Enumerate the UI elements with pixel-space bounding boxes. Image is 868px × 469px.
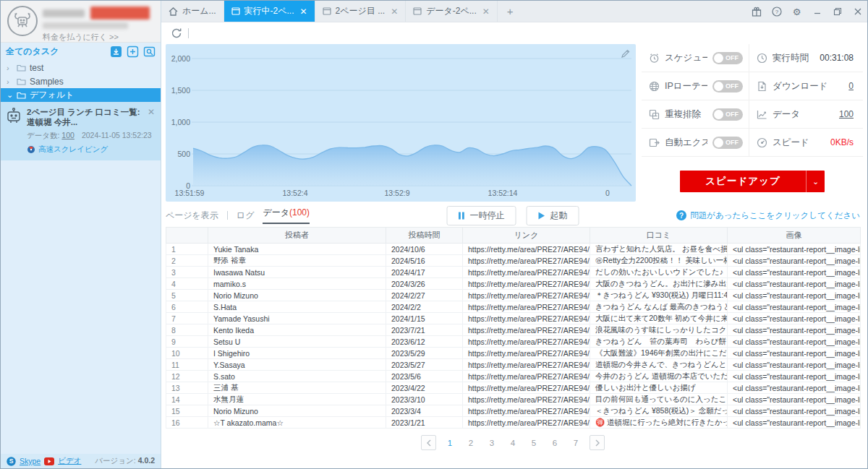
- pause-button[interactable]: 一時停止: [447, 206, 516, 225]
- table-row[interactable]: 1Yukie Tanaka2024/10/6https://retty.me/a…: [166, 244, 861, 255]
- table-row[interactable]: 13三浦 基2023/4/22https://retty.me/area/PRE…: [166, 382, 861, 394]
- table-cell-image: <ul class="restaurant-report__image-list…: [728, 290, 861, 301]
- table-cell-review: 🉐 道頓堀に行ったら絶対に行きたかったお店《今...: [590, 417, 728, 429]
- table-cell-image: <ul class="restaurant-report__image-list…: [728, 417, 861, 429]
- task-mode-link[interactable]: 高速スクレイピング: [27, 145, 155, 155]
- sidebar-folder-samples[interactable]: › Samples: [1, 74, 161, 88]
- tab-data-active[interactable]: データ(100): [263, 207, 310, 224]
- skype-icon: S: [7, 457, 16, 466]
- table-cell-author: Y.Sasaya: [208, 359, 386, 371]
- page-number-6[interactable]: 6: [548, 439, 562, 447]
- data-count-link[interactable]: 100: [839, 109, 854, 119]
- speedup-button[interactable]: スピードアップ ⌄: [680, 171, 825, 192]
- table-cell-link: https://retty.me/area/PRE27/ARE94/SUB950…: [463, 417, 590, 429]
- table-row[interactable]: 6S.Hata2024/2/2https://retty.me/area/PRE…: [166, 301, 861, 313]
- skype-link[interactable]: Skype: [20, 457, 41, 465]
- help-icon[interactable]: ?: [771, 7, 782, 17]
- table-row[interactable]: 3Iwasawa Natsu2024/4/17https://retty.me/…: [166, 267, 861, 278]
- gift-icon[interactable]: [751, 7, 762, 17]
- schedule-toggle[interactable]: OFF: [712, 52, 743, 64]
- folder-icon: [17, 77, 26, 85]
- new-task-icon[interactable]: [127, 46, 139, 58]
- page-number-4[interactable]: 4: [506, 439, 520, 447]
- table-row[interactable]: 2野添 裕章2024/5/16https://retty.me/area/PRE…: [166, 255, 861, 267]
- sidebar-folder-default[interactable]: ⌄ デフォルト: [1, 88, 161, 102]
- table-cell-num: 8: [166, 324, 208, 336]
- auto-export-toggle[interactable]: OFF: [712, 137, 743, 149]
- table-cell-image: <ul class="restaurant-report__image-list…: [728, 359, 861, 371]
- download-count-link[interactable]: 0: [848, 81, 854, 91]
- tab-log[interactable]: ログ: [237, 210, 255, 222]
- table-row[interactable]: 14水無月蓮2023/3/10https://retty.me/area/PRE…: [166, 394, 861, 405]
- chevron-right-icon: [595, 439, 600, 447]
- table-row[interactable]: 4mamiko.s2024/3/26https://retty.me/area/…: [166, 278, 861, 290]
- table-row[interactable]: 11Y.Sasaya2023/5/27https://retty.me/area…: [166, 359, 861, 371]
- tab-home[interactable]: ホーム...: [161, 1, 224, 22]
- tab-close-icon[interactable]: ✕: [300, 7, 307, 17]
- tab-page2[interactable]: 2ページ目 ... ✕: [315, 1, 407, 22]
- ip-rotation-toggle[interactable]: OFF: [712, 80, 743, 92]
- sidebar-footer: S Skype ビデオ バージョン: 4.0.2: [1, 454, 161, 468]
- table-cell-num: 5: [166, 290, 208, 301]
- task-card[interactable]: 2ページ目 ランチ 口コミ一覧: 道頓堀 今井... ✕ データ数: 100 2…: [1, 102, 161, 160]
- new-tab-button[interactable]: +: [498, 1, 523, 22]
- next-page-button[interactable]: [590, 435, 605, 450]
- toggle-dedupe: 重複排除 OFF: [642, 100, 749, 129]
- table-cell-num: 6: [166, 301, 208, 313]
- pay-link[interactable]: 料金を払うに行く >>: [43, 32, 119, 43]
- sidebar-folder-test[interactable]: › test: [1, 61, 161, 74]
- chart-edit-pencil-icon[interactable]: [621, 48, 630, 61]
- table-row[interactable]: 8Kento Ikeda2023/7/21https://retty.me/ar…: [166, 324, 861, 336]
- table-row[interactable]: 7Yamade Yasushi2024/1/15https://retty.me…: [166, 313, 861, 324]
- prev-page-button[interactable]: [421, 435, 436, 450]
- table-row[interactable]: 15Norio Mizuno2023/3/4https://retty.me/a…: [166, 405, 861, 417]
- minimize-icon[interactable]: [812, 7, 822, 17]
- table-cell-author: Norio Mizuno: [208, 290, 386, 301]
- page-number-7[interactable]: 7: [569, 439, 583, 447]
- table-cell-image: <ul class="restaurant-report__image-list…: [728, 244, 861, 255]
- data-table: 投稿者 投稿時間 リンク 口コミ 画像 1Yukie Tanaka2024/10…: [166, 227, 861, 429]
- table-row[interactable]: 12S.sato2023/5/6https://retty.me/area/PR…: [166, 371, 861, 382]
- table-row[interactable]: 16☆T akazato.mama☆2023/1/21https://retty…: [166, 417, 861, 429]
- text-cursor: [188, 28, 189, 38]
- table-row[interactable]: 10I Shigehiro2023/5/29https://retty.me/a…: [166, 348, 861, 359]
- tab-close-icon[interactable]: ✕: [391, 7, 398, 17]
- import-task-icon[interactable]: [110, 46, 122, 58]
- col-header-link: リンク: [463, 228, 590, 244]
- page-number-1[interactable]: 1: [443, 439, 457, 447]
- tab-data[interactable]: データ-2ペ... ✕: [406, 1, 498, 22]
- start-button[interactable]: 起動: [527, 206, 579, 225]
- table-cell-link: https://retty.me/area/PRE27/ARE94/SUB950…: [463, 336, 590, 348]
- task-view-icon[interactable]: [143, 46, 156, 58]
- tab-running-task[interactable]: 実行中-2ペ... ✕: [224, 1, 315, 22]
- table-cell-review: ＊きつねうどん ¥930(税込) 月曜日11:45で店先に待...: [590, 290, 728, 301]
- table-cell-link: https://retty.me/area/PRE27/ARE94/SUB950…: [463, 290, 590, 301]
- tasks-header: 全てのタスク: [1, 43, 161, 61]
- table-cell-author: Norio Mizuno: [208, 405, 386, 417]
- dedupe-toggle[interactable]: OFF: [712, 108, 743, 121]
- speedup-dropdown-chevron[interactable]: ⌄: [806, 171, 825, 192]
- tab-close-icon[interactable]: ✕: [482, 7, 490, 17]
- restore-icon[interactable]: [832, 7, 843, 17]
- task-close-icon[interactable]: ✕: [148, 107, 155, 117]
- table-row[interactable]: 5Norio Mizuno2024/2/27https://retty.me/a…: [166, 290, 861, 301]
- tasks-header-label: 全てのタスク: [6, 46, 110, 58]
- task-data-count[interactable]: データ数: 100: [27, 131, 75, 141]
- page-number-5[interactable]: 5: [527, 439, 541, 447]
- table-cell-author: 三浦 基: [208, 382, 386, 394]
- username-redacted: [43, 9, 85, 17]
- trouble-help-link[interactable]: ? 問題があったらここをクリックしてください: [676, 210, 860, 221]
- table-row[interactable]: 9Setsu U2023/6/12https://retty.me/area/P…: [166, 336, 861, 348]
- refresh-icon[interactable]: [171, 27, 182, 39]
- page-number-3[interactable]: 3: [485, 439, 499, 447]
- folder-label: デフォルト: [30, 89, 74, 101]
- results-toolbar: ページを表示 ログ データ(100) 一時停止 起動 ? 問題があったらここをク…: [166, 206, 860, 225]
- close-window-icon[interactable]: [852, 7, 863, 17]
- tab-show-page[interactable]: ページを表示: [166, 210, 218, 222]
- video-link[interactable]: ビデオ: [58, 456, 81, 466]
- version-label: バージョン: 4.0.2: [95, 456, 155, 466]
- table-cell-image: <ul class="restaurant-report__image-list…: [728, 324, 861, 336]
- page-number-2[interactable]: 2: [464, 439, 478, 447]
- table-cell-link: https://retty.me/area/PRE27/ARE94/SUB950…: [463, 278, 590, 290]
- settings-gear-icon[interactable]: ⚙: [791, 7, 802, 17]
